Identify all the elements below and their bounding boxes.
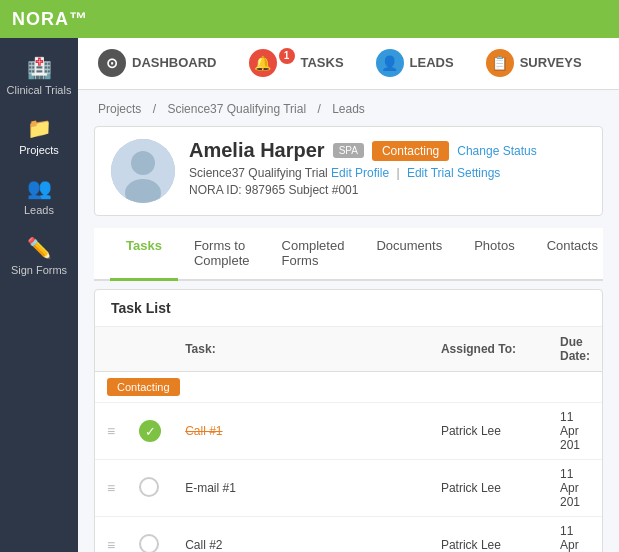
sidebar-item-clinical-trials[interactable]: 🏥 Clinical Trials	[0, 46, 78, 106]
task-section: Task List Task: Assigned To: Due Date:	[94, 289, 603, 552]
tasks-badge: 1	[279, 48, 295, 64]
breadcrumb-trial[interactable]: Science37 Qualifying Trial	[167, 102, 306, 116]
task-check-cell[interactable]	[127, 517, 173, 553]
task-table: Task: Assigned To: Due Date: Contacting	[95, 327, 602, 552]
task-group-label-cell: Contacting	[95, 372, 602, 403]
tab-documents[interactable]: Documents	[360, 228, 458, 281]
sidebar-item-leads[interactable]: 👥 Leads	[0, 166, 78, 226]
main-area: 🏥 Clinical Trials 📁 Projects 👥 Leads ✏️ …	[0, 38, 619, 552]
projects-icon: 📁	[27, 116, 52, 140]
task-name: Call #2	[185, 538, 222, 552]
sidebar: 🏥 Clinical Trials 📁 Projects 👥 Leads ✏️ …	[0, 38, 78, 552]
app-wrapper: NORA™ 🏥 Clinical Trials 📁 Projects 👥 Lea…	[0, 0, 619, 552]
nav-item-dashboard[interactable]: ⊙ DASHBOARD	[94, 38, 221, 89]
task-name: E-mail #1	[185, 481, 236, 495]
task-assigned: Patrick Lee	[441, 538, 501, 552]
edit-trial-link[interactable]: Edit Trial Settings	[407, 166, 500, 180]
tab-tasks[interactable]: Tasks	[110, 228, 178, 281]
edit-profile-link[interactable]: Edit Profile	[331, 166, 389, 180]
leads-nav-icon: 👤	[376, 49, 404, 77]
nav-item-surveys[interactable]: 📋 SURVEYS	[482, 38, 586, 89]
patient-trial-name: Science37 Qualifying Trial	[189, 166, 328, 180]
task-assigned-cell: Patrick Lee	[429, 403, 548, 460]
task-due-cell: 11 Apr 201	[548, 403, 602, 460]
col-drag	[95, 327, 127, 372]
task-assigned-cell: Patrick Lee	[429, 460, 548, 517]
drag-icon: ≡	[107, 537, 115, 552]
patient-name-row: Amelia Harper SPA Contacting Change Stat…	[189, 139, 586, 162]
drag-handle[interactable]: ≡	[95, 403, 127, 460]
dashboard-icon: ⊙	[98, 49, 126, 77]
patient-spa-badge: SPA	[333, 143, 364, 158]
nav-label-tasks: TASKS	[301, 55, 344, 70]
patient-id-meta: NORA ID: 987965 Subject #001	[189, 183, 586, 197]
patient-name: Amelia Harper	[189, 139, 325, 162]
top-bar: NORA™	[0, 0, 619, 38]
patient-subject: Subject #001	[288, 183, 358, 197]
task-due: 11 Apr 201	[560, 524, 580, 552]
nav-item-leads[interactable]: 👤 LEADS	[372, 38, 458, 89]
check-circle	[139, 477, 159, 497]
tab-completed-forms[interactable]: Completed Forms	[266, 228, 361, 281]
sign-forms-icon: ✏️	[27, 236, 52, 260]
drag-handle[interactable]: ≡	[95, 460, 127, 517]
breadcrumb-projects[interactable]: Projects	[98, 102, 141, 116]
task-assigned: Patrick Lee	[441, 424, 501, 438]
nav-label-dashboard: DASHBOARD	[132, 55, 217, 70]
col-assigned-header: Assigned To:	[429, 327, 548, 372]
sidebar-item-label: Sign Forms	[11, 264, 67, 276]
patient-card: Amelia Harper SPA Contacting Change Stat…	[94, 126, 603, 216]
tab-forms-to-complete[interactable]: Forms to Complete	[178, 228, 266, 281]
page-content: Projects / Science37 Qualifying Trial / …	[78, 90, 619, 552]
breadcrumb: Projects / Science37 Qualifying Trial / …	[94, 102, 603, 116]
drag-handle[interactable]: ≡	[95, 517, 127, 553]
leads-icon: 👥	[27, 176, 52, 200]
col-due-header: Due Date:	[548, 327, 602, 372]
breadcrumb-leads[interactable]: Leads	[332, 102, 365, 116]
task-table-header: Task: Assigned To: Due Date:	[95, 327, 602, 372]
task-check-cell[interactable]	[127, 460, 173, 517]
avatar-image	[111, 139, 175, 203]
patient-avatar	[111, 139, 175, 203]
sidebar-item-projects[interactable]: 📁 Projects	[0, 106, 78, 166]
task-name-cell[interactable]: Call #1	[173, 403, 429, 460]
task-check-cell[interactable]: ✓	[127, 403, 173, 460]
content-area: ⊙ DASHBOARD 🔔 1 TASKS 👤 LEADS 📋 SURVEYS	[78, 38, 619, 552]
app-logo: NORA™	[12, 9, 88, 30]
tab-contacts[interactable]: Contacts	[531, 228, 614, 281]
sidebar-item-label: Leads	[24, 204, 54, 216]
task-assigned-cell: Patrick Lee	[429, 517, 548, 553]
task-list-title: Task List	[95, 290, 602, 327]
sidebar-item-label: Projects	[19, 144, 59, 156]
table-row: ≡ E-mail #1 Patrick Lee 11 Apr 201	[95, 460, 602, 517]
col-check	[127, 327, 173, 372]
sidebar-item-label: Clinical Trials	[7, 84, 72, 96]
contacting-group-badge: Contacting	[107, 378, 180, 396]
table-row: ≡ Call #2 Patrick Lee 11 Apr 201	[95, 517, 602, 553]
tab-photos[interactable]: Photos	[458, 228, 530, 281]
svg-point-1	[131, 151, 155, 175]
change-status-link[interactable]: Change Status	[457, 144, 536, 158]
task-name-cell[interactable]: Call #2	[173, 517, 429, 553]
nav-label-leads: LEADS	[410, 55, 454, 70]
tabs: Tasks Forms to Complete Completed Forms …	[94, 228, 603, 281]
nav-label-surveys: SURVEYS	[520, 55, 582, 70]
task-name: Call #1	[185, 424, 222, 438]
sidebar-item-sign-forms[interactable]: ✏️ Sign Forms	[0, 226, 78, 286]
table-row: ≡ ✓ Call #1 Patrick Lee	[95, 403, 602, 460]
clinical-trials-icon: 🏥	[27, 56, 52, 80]
drag-icon: ≡	[107, 423, 115, 439]
task-table-body: Contacting ≡ ✓ Call #1	[95, 372, 602, 553]
patient-status-badge: Contacting	[372, 141, 449, 161]
task-due-cell: 11 Apr 201	[548, 517, 602, 553]
task-group-row-contacting: Contacting	[95, 372, 602, 403]
task-due: 11 Apr 201	[560, 410, 580, 452]
col-task-header: Task:	[173, 327, 429, 372]
task-name-cell[interactable]: E-mail #1	[173, 460, 429, 517]
nav-item-tasks[interactable]: 🔔 1 TASKS	[245, 38, 348, 89]
task-due-cell: 11 Apr 201	[548, 460, 602, 517]
check-circle	[139, 534, 159, 553]
task-due: 11 Apr 201	[560, 467, 580, 509]
task-assigned: Patrick Lee	[441, 481, 501, 495]
check-icon: ✓	[139, 420, 161, 442]
